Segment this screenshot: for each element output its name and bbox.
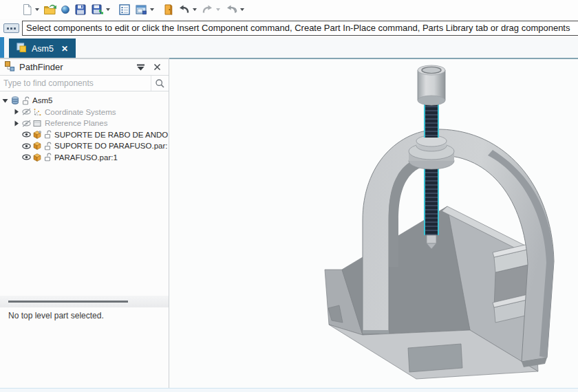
tree-label: Asm5 bbox=[30, 96, 52, 105]
quick-access-toolbar bbox=[0, 0, 578, 19]
view-styles-button[interactable] bbox=[133, 1, 156, 18]
tree-label: Coordinate Systems bbox=[43, 108, 116, 116]
caret-down-icon[interactable] bbox=[0, 97, 10, 105]
undo-dropdown-caret[interactable] bbox=[193, 8, 197, 11]
graphics-viewport[interactable] bbox=[169, 59, 578, 388]
prompt-message: Select components to edit or click the I… bbox=[22, 21, 578, 36]
pathfinder-status-text: No top level part selected. bbox=[8, 311, 104, 320]
view-window-icon bbox=[135, 3, 148, 16]
tree-label: SUPORTE DE RABO DE ANDO bbox=[52, 131, 168, 139]
document-tab-bar: Asm5 ✕ bbox=[0, 37, 578, 59]
unlock-icon bbox=[21, 96, 30, 105]
properties-button[interactable] bbox=[117, 1, 132, 18]
sphere-icon bbox=[61, 4, 70, 15]
unlock-icon bbox=[43, 153, 52, 162]
eye-visible-icon[interactable] bbox=[21, 153, 32, 162]
eye-visible-icon[interactable] bbox=[21, 130, 32, 139]
save-as-button[interactable] bbox=[89, 1, 111, 18]
undo-button[interactable] bbox=[176, 1, 198, 18]
assembly-icon bbox=[10, 96, 21, 105]
tree-row-part[interactable]: SUPORTE DO PARAFUSO.par: bbox=[0, 140, 169, 152]
redo-arrow-icon bbox=[201, 3, 214, 16]
tree-row-coordinate-systems[interactable]: Coordinate Systems bbox=[0, 107, 169, 118]
new-document-icon bbox=[21, 3, 33, 16]
search-icon[interactable] bbox=[151, 76, 169, 91]
part-box-icon bbox=[32, 153, 43, 162]
window-bottom-strip bbox=[0, 388, 578, 392]
tree-row-reference-planes[interactable]: Reference Planes bbox=[0, 118, 169, 129]
pathfinder-header: PathFinder bbox=[0, 59, 169, 75]
new-document-dropdown-caret[interactable] bbox=[35, 8, 39, 11]
coordinate-system-icon bbox=[32, 107, 43, 117]
pathfinder-panel: PathFinder Asm5 bbox=[0, 59, 169, 388]
reference-plane-icon bbox=[32, 118, 43, 128]
part-box-icon bbox=[32, 130, 43, 140]
tab-asm5[interactable]: Asm5 ✕ bbox=[9, 39, 76, 59]
repeat-command-button[interactable] bbox=[223, 1, 246, 18]
view-styles-dropdown-caret[interactable] bbox=[150, 8, 154, 11]
customize-quick-access-caret[interactable] bbox=[240, 8, 244, 11]
tab-label: Asm5 bbox=[32, 44, 54, 54]
assembly-tree: Asm5 Coordinate Systems Reference Plan bbox=[0, 95, 169, 163]
app-window: Select components to edit or click the I… bbox=[0, 0, 578, 392]
assembly-document-icon bbox=[17, 43, 27, 56]
pathfinder-search bbox=[0, 75, 169, 91]
main-area: PathFinder Asm5 bbox=[0, 59, 578, 388]
eye-visible-icon[interactable] bbox=[21, 142, 32, 151]
tree-label: PARAFUSO.par:1 bbox=[52, 153, 118, 162]
unlock-icon bbox=[43, 142, 52, 151]
tree-row-asm5[interactable]: Asm5 bbox=[0, 95, 169, 107]
save-icon bbox=[74, 3, 87, 16]
pathfinder-title: PathFinder bbox=[19, 62, 130, 72]
pathfinder-close-button[interactable] bbox=[151, 61, 163, 74]
screw-knob bbox=[418, 65, 445, 105]
caret-right-icon[interactable] bbox=[11, 120, 21, 127]
tab-close-icon[interactable]: ✕ bbox=[58, 45, 68, 53]
open-button[interactable] bbox=[42, 1, 58, 18]
open-folder-icon bbox=[43, 3, 56, 16]
panel-splitter[interactable] bbox=[0, 296, 169, 307]
close-document-button[interactable] bbox=[161, 1, 175, 18]
tree-label: SUPORTE DO PARAFUSO.par: bbox=[52, 142, 167, 150]
vblock-clamp-model bbox=[169, 61, 578, 387]
tree-label: Reference Planes bbox=[43, 119, 107, 127]
repeat-arrow-icon bbox=[224, 3, 238, 16]
part-box-icon bbox=[32, 141, 43, 151]
caret-right-icon[interactable] bbox=[11, 108, 21, 116]
tab-bar-accent-strip bbox=[0, 37, 4, 59]
exit-door-icon bbox=[162, 3, 173, 16]
prompt-bar-icon bbox=[3, 23, 19, 33]
redo-dropdown-caret[interactable] bbox=[216, 8, 220, 11]
save-as-dropdown-caret[interactable] bbox=[106, 8, 110, 11]
clamp-screw-upper bbox=[424, 100, 439, 138]
pathfinder-display-options-button[interactable] bbox=[134, 61, 147, 74]
tree-row-part[interactable]: PARAFUSO.par:1 bbox=[0, 152, 169, 164]
redo-button[interactable] bbox=[200, 1, 222, 18]
eye-hidden-icon[interactable] bbox=[21, 119, 32, 128]
eye-hidden-icon[interactable] bbox=[21, 107, 32, 116]
undo-arrow-icon bbox=[178, 3, 191, 16]
save-as-icon bbox=[91, 3, 104, 16]
tree-row-part[interactable]: SUPORTE DE RABO DE ANDO bbox=[0, 129, 169, 141]
find-components-input[interactable] bbox=[0, 78, 151, 88]
material-sphere-button[interactable] bbox=[59, 1, 72, 18]
new-document-button[interactable] bbox=[19, 1, 41, 18]
properties-list-icon bbox=[118, 3, 131, 16]
save-button[interactable] bbox=[73, 1, 88, 18]
unlock-icon bbox=[43, 130, 52, 139]
pathfinder-icon bbox=[4, 61, 15, 74]
prompt-bar: Select components to edit or click the I… bbox=[0, 19, 578, 37]
